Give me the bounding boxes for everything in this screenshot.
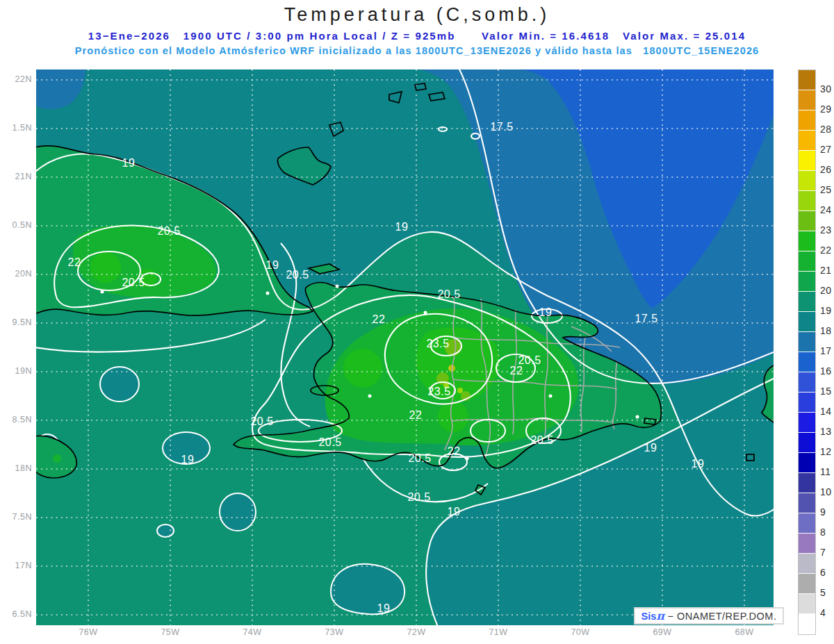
colorbar-tick-label: 28 [820, 124, 832, 135]
pi-icon: π [656, 609, 664, 622]
colorbar-tick-label: 15 [820, 386, 832, 397]
lat-tick-label: 8.5N [0, 415, 32, 424]
colorbar-cell [799, 614, 815, 634]
colorbar-tick-label: 10 [820, 486, 832, 497]
colorbar-cell [799, 493, 815, 513]
lon-tick-label: 71W [483, 627, 514, 637]
colorbar-cell [799, 151, 815, 171]
colorbar-tick-label: 21 [820, 265, 832, 276]
lon-tick-label: 69W [647, 627, 678, 637]
lon-tick-label: 68W [729, 627, 760, 637]
colorbar-cell [799, 131, 815, 151]
colorbar-cell [799, 393, 815, 413]
colorbar-cell [799, 70, 815, 90]
lat-tick-label: 18N [0, 463, 32, 473]
lat-tick-label: 19N [0, 366, 32, 376]
colorbar-tick-label: 14 [820, 406, 832, 417]
subtitle-datetime-minmax: 13−Ene−2026 1900 UTC / 3:00 pm Hora Loca… [0, 30, 834, 42]
lat-tick-label: 6.5N [0, 609, 32, 619]
colorbar-tick-label: 6 [820, 567, 826, 578]
lat-tick-label: 0.5N [0, 220, 32, 230]
onamet-watermark: Sisπ − ONAMET/REP.DOM. [634, 607, 784, 625]
colorbar-tick-label: 9 [820, 506, 826, 518]
lat-tick-label: 7.5N [0, 512, 32, 522]
weather-forecast-chart: Temperatura (C,somb.) 13−Ene−2026 1900 U… [0, 0, 834, 644]
lon-tick-label: 74W [237, 627, 268, 637]
colorbar-cell [799, 211, 815, 231]
colorbar-tick-label: 8 [820, 527, 826, 538]
colorbar-cell [799, 453, 815, 473]
colorbar-tick-label: 27 [820, 144, 832, 155]
colorbar-tick-label: 4 [820, 607, 826, 618]
colorbar-cell [799, 513, 815, 534]
colorbar-tick-label: 7 [820, 547, 826, 558]
colorbar-cell [799, 272, 815, 292]
colorbar-cell [799, 110, 815, 131]
colorbar-tick-label: 22 [820, 245, 832, 256]
colorbar-cell [799, 554, 815, 574]
colorbar-tick-label: 26 [820, 164, 832, 175]
colorbar-cell [799, 251, 815, 272]
colorbar-tick-label: 17 [820, 345, 832, 356]
colorbar-cell [799, 231, 815, 251]
colorbar-cell [799, 574, 815, 594]
colorbar-cell [799, 433, 815, 453]
colorbar-tick-label: 19 [820, 305, 832, 316]
colorbar-cell [799, 594, 815, 614]
lon-tick-label: 75W [155, 627, 186, 637]
colorbar-tick-label: 16 [820, 365, 832, 377]
watermark-text: − ONAMET/REP.DOM. [664, 611, 776, 622]
colorbar-cell [799, 312, 815, 332]
lat-tick-label: 22N [0, 74, 32, 84]
colorbar-tick-label: 25 [820, 184, 832, 195]
colorbar-tick-label: 13 [820, 426, 832, 437]
colorbar-cell [799, 191, 815, 211]
lat-tick-label: 1.5N [0, 123, 32, 133]
colorbar-tick-label: 30 [820, 83, 832, 94]
temperature-contour-map [36, 69, 774, 625]
lat-tick-label: 20N [0, 269, 32, 279]
colorbar-cell [799, 90, 815, 110]
colorbar-tick-label: 5 [820, 587, 826, 598]
colorbar-tick-label: 20 [820, 285, 832, 296]
lat-tick-label: 17N [0, 561, 32, 570]
watermark-brand: Sis [641, 611, 657, 622]
lon-tick-label: 70W [565, 627, 596, 637]
page-title: Temperatura (C,somb.) [0, 4, 834, 26]
colorbar-cell [799, 534, 815, 554]
colorbar-tick-label: 23 [820, 224, 832, 236]
subtitle-model-run: Pronóstico con el Modelo Atmósferico WRF… [0, 45, 834, 56]
lat-tick-label: 9.5N [0, 317, 32, 327]
colorbar-cell [799, 372, 815, 393]
colorbar-tick-label: 11 [820, 466, 831, 477]
colorbar-tick-label: 18 [820, 325, 832, 336]
colorbar-cell [799, 292, 815, 312]
lon-tick-label: 73W [319, 627, 350, 637]
colorbar-tick-label: 12 [820, 446, 832, 457]
colorbar-tick-label: 29 [820, 104, 832, 115]
lat-tick-label: 21N [0, 172, 32, 181]
colorbar-cell [799, 352, 815, 372]
colorbar-cell [799, 171, 815, 191]
lon-tick-label: 72W [401, 627, 432, 637]
colorbar-tick-label: 24 [820, 204, 832, 215]
colorbar-cell [799, 332, 815, 352]
colorbar-cell [799, 413, 815, 433]
map-plot-area: 17.519191920.52220.520.520.5192217.523.5… [36, 69, 774, 625]
colorbar-cell [799, 473, 815, 493]
temperature-colorbar [798, 69, 816, 635]
lon-tick-label: 76W [73, 627, 104, 637]
